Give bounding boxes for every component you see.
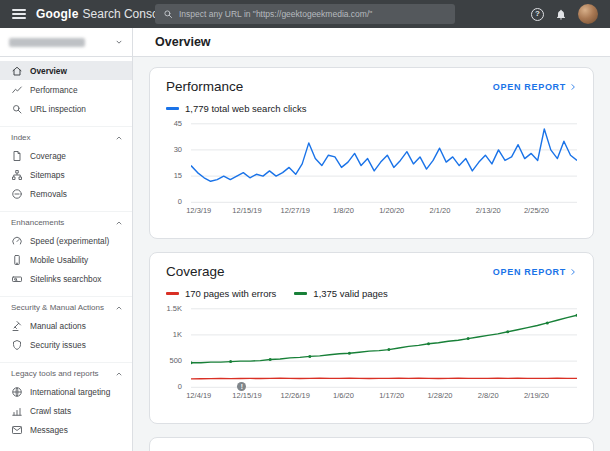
y-tick-label: 15: [174, 172, 182, 180]
sidebar-item-label: Security issues: [30, 340, 86, 350]
url-inspect-searchbox[interactable]: [155, 4, 455, 24]
sidebar-section-security: Security & Manual Actions Manual actions…: [0, 296, 132, 354]
crawl-stats-icon: [11, 405, 23, 417]
section-title: Enhancements: [11, 218, 64, 227]
section-header-security[interactable]: Security & Manual Actions: [0, 299, 132, 316]
sidebar-item-speed[interactable]: Speed (experimental): [0, 231, 132, 250]
performance-x-axis: 12/3/1912/15/1912/27/191/8/201/20/202/1/…: [191, 206, 577, 217]
performance-line-chart: [191, 123, 577, 203]
chevron-up-icon: [115, 219, 123, 227]
search-input[interactable]: [179, 9, 447, 19]
sitemaps-icon: [11, 169, 23, 181]
annotation-marker[interactable]: !: [237, 382, 246, 391]
sidebar-item-performance[interactable]: Performance: [0, 80, 132, 99]
y-tick-label: 30: [174, 146, 182, 154]
help-icon[interactable]: ?: [531, 8, 544, 21]
open-report-link-coverage[interactable]: OPEN REPORT: [493, 267, 577, 277]
sidebar-item-removals[interactable]: Removals: [0, 184, 132, 203]
sidebar-item-url-inspection[interactable]: URL inspection: [0, 99, 132, 118]
sidebar-section-index: Index Coverage Sitemaps Removals: [0, 126, 132, 203]
coverage-x-axis: 12/4/1912/15/1912/26/191/6/201/17/201/28…: [191, 391, 577, 402]
sidebar-item-label: Mobile Usability: [30, 255, 88, 265]
sidebar-item-sitemaps[interactable]: Sitemaps: [0, 165, 132, 184]
notifications-icon[interactable]: [555, 8, 567, 21]
sidebar-item-label: Performance: [30, 85, 78, 95]
card-header: Performance OPEN REPORT: [166, 79, 577, 94]
sidebar-item-crawl-stats[interactable]: Crawl stats: [0, 401, 132, 420]
chevron-right-icon: [569, 83, 577, 91]
performance-legend: 1,779 total web search clicks: [166, 103, 577, 114]
open-report-link-performance[interactable]: OPEN REPORT: [493, 82, 577, 92]
legend-dash: [294, 292, 307, 295]
sidebar-nav: Overview Performance URL inspection Inde…: [0, 57, 132, 439]
x-tick-label: 2/25/20: [524, 206, 549, 215]
y-tick-label: 0: [178, 199, 182, 207]
menu-icon[interactable]: [12, 9, 26, 19]
performance-icon: [11, 84, 23, 96]
sidebar-item-label: Messages: [30, 425, 68, 435]
sidebar-item-label: Overview: [30, 66, 67, 76]
legend-item: 170 pages with errors: [166, 288, 276, 299]
sidebar-section-enhancements: Enhancements Speed (experimental) Mobile…: [0, 211, 132, 288]
coverage-line-chart: [191, 308, 577, 388]
sidebar-item-label: Removals: [30, 189, 67, 199]
international-targeting-icon: [11, 386, 23, 398]
main-content: Overview Performance OPEN REPORT 1,779 t…: [133, 28, 610, 451]
property-selector[interactable]: [0, 28, 132, 57]
section-title: Legacy tools and reports: [11, 369, 99, 378]
sidebar-item-messages[interactable]: Messages: [0, 420, 132, 439]
performance-card: Performance OPEN REPORT 1,779 total web …: [149, 67, 594, 239]
section-header-legacy[interactable]: Legacy tools and reports: [0, 365, 132, 382]
section-title: Security & Manual Actions: [11, 303, 104, 312]
legend-dash: [166, 107, 179, 110]
sidebar-item-manual-actions[interactable]: Manual actions: [0, 316, 132, 335]
performance-y-axis: 0153045: [166, 123, 184, 203]
performance-card-title: Performance: [166, 79, 243, 94]
avatar[interactable]: [578, 4, 598, 24]
card-header: Coverage OPEN REPORT: [166, 264, 577, 279]
sidebar-item-international-targeting[interactable]: International targeting: [0, 382, 132, 401]
mobile-usability-icon: [11, 254, 23, 266]
performance-plot-area: 12/3/1912/15/1912/27/191/8/201/20/202/1/…: [191, 123, 577, 217]
y-tick-label: 1.5K: [167, 305, 182, 313]
x-tick-label: 1/17/20: [379, 391, 404, 400]
chevron-up-icon: [115, 304, 123, 312]
home-icon: [11, 65, 23, 77]
section-title: Index: [11, 133, 31, 142]
messages-icon: [11, 424, 23, 436]
x-tick-label: 12/15/19: [232, 391, 261, 400]
app-header: Google Search Console ?: [0, 0, 610, 28]
sidebar-item-coverage[interactable]: Coverage: [0, 146, 132, 165]
chevron-down-icon: [115, 38, 123, 46]
sidebar-item-label: Manual actions: [30, 321, 86, 331]
open-report-label: OPEN REPORT: [493, 267, 566, 277]
sidebar-item-label: Crawl stats: [30, 406, 71, 416]
x-tick-label: 2/1/20: [430, 206, 451, 215]
x-tick-label: 12/27/19: [281, 206, 310, 215]
sidebar-item-security-issues[interactable]: Security issues: [0, 335, 132, 354]
sidebar-section-legacy: Legacy tools and reports International t…: [0, 362, 132, 439]
coverage-card: Coverage OPEN REPORT 170 pages with erro…: [149, 252, 594, 424]
x-tick-label: 2/8/20: [478, 391, 499, 400]
coverage-y-axis: 05001K1.5K: [166, 308, 184, 388]
sidebar-item-mobile-usability[interactable]: Mobile Usability: [0, 250, 132, 269]
sidebar-item-sitelinks-searchbox[interactable]: Sitelinks searchbox: [0, 269, 132, 288]
app-root: Google Search Console ? Overview: [0, 0, 610, 451]
sidebar-item-overview[interactable]: Overview: [0, 61, 132, 80]
coverage-plot-area: ! 12/4/1912/15/1912/26/191/6/201/17/201/…: [191, 308, 577, 402]
page-header: Overview: [133, 28, 610, 57]
chevron-up-icon: [115, 370, 123, 378]
x-tick-label: 2/13/20: [476, 206, 501, 215]
search-icon: [163, 9, 173, 19]
content-scroll-area[interactable]: Performance OPEN REPORT 1,779 total web …: [133, 57, 610, 451]
open-report-label: OPEN REPORT: [493, 82, 566, 92]
url-inspection-icon: [11, 103, 23, 115]
property-name-redacted: [9, 38, 85, 47]
sidebar-item-label: URL inspection: [30, 104, 86, 114]
y-tick-label: 1K: [173, 331, 182, 339]
section-header-index[interactable]: Index: [0, 129, 132, 146]
header-actions: ?: [531, 4, 598, 24]
section-header-enhancements[interactable]: Enhancements: [0, 214, 132, 231]
x-tick-label: 12/26/19: [281, 391, 310, 400]
sidebar-item-label: Coverage: [30, 151, 66, 161]
